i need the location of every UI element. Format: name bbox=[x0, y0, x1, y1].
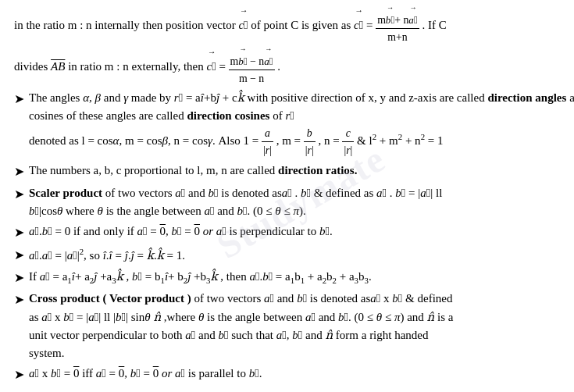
intro-line-2: divides AB in ratio m : n externally, th… bbox=[14, 48, 574, 87]
bullet-dot-zero: ➤ a⃗.b⃗ = 0 if and only if a⃗ = 0, b⃗ = … bbox=[14, 223, 574, 243]
bullet-arrow-3: ➤ bbox=[14, 185, 24, 205]
bullet-components-content: If a⃗ = a1î+ a2ĵ +a3k̂ , b⃗ = b1î+ b2ĵ +… bbox=[29, 268, 574, 287]
bullet-scalar-product: ➤ Scaler product of two vectors a⃗ and b… bbox=[14, 184, 574, 221]
bullet-direction-ratios-content: The numbers a, b, c proportional to l, m… bbox=[29, 162, 574, 180]
bullet-dot-zero-content: a⃗.b⃗ = 0 if and only if a⃗ = 0, b⃗ = 0 … bbox=[29, 223, 574, 241]
content-area: in the ratio m : n internally then posit… bbox=[14, 6, 574, 385]
bullet-arrow-7: ➤ bbox=[14, 290, 24, 310]
page-wrapper: Studymate in the ratio m : n internally … bbox=[14, 6, 574, 392]
bullet-arrow-4: ➤ bbox=[14, 223, 24, 243]
bullet-angles-content: The angles α, β and γ made by r⃗ = aî+bĵ… bbox=[29, 89, 574, 159]
intro-line-1: in the ratio m : n internally then posit… bbox=[14, 6, 574, 46]
bullet-angles: ➤ The angles α, β and γ made by r⃗ = aî+… bbox=[14, 89, 574, 159]
bullet-direction-ratios: ➤ The numbers a, b, c proportional to l,… bbox=[14, 162, 574, 182]
bullet-arrow-6: ➤ bbox=[14, 269, 24, 288]
bullet-arrow-1: ➤ bbox=[14, 90, 24, 109]
bullet-arrow-8: ➤ bbox=[14, 365, 24, 385]
bullet-cross-product-content: Cross product ( Vector product ) of two … bbox=[29, 290, 574, 362]
bullet-components: ➤ If a⃗ = a1î+ a2ĵ +a3k̂ , b⃗ = b1î+ b2ĵ… bbox=[14, 268, 574, 288]
bullet-cross-product: ➤ Cross product ( Vector product ) of tw… bbox=[14, 290, 574, 362]
bullet-arrow-5: ➤ bbox=[14, 246, 24, 265]
bullet-scalar-product-content: Scaler product of two vectors a⃗ and b⃗ … bbox=[29, 184, 574, 221]
bullet-arrow-2: ➤ bbox=[14, 162, 24, 182]
bullet-dot-self-content: a⃗.a⃗ = |a⃗|2, so î.î = ĵ.ĵ = k̂.k̂ = 1. bbox=[29, 245, 574, 265]
bullet-cross-zero: ➤ a⃗ x b⃗ = 0 iff a⃗ = 0, b⃗ = 0 or a⃗ i… bbox=[14, 365, 574, 385]
bullet-cross-zero-content: a⃗ x b⃗ = 0 iff a⃗ = 0, b⃗ = 0 or a⃗ is … bbox=[29, 365, 574, 383]
bullet-dot-self: ➤ a⃗.a⃗ = |a⃗|2, so î.î = ĵ.ĵ = k̂.k̂ = … bbox=[14, 245, 574, 265]
